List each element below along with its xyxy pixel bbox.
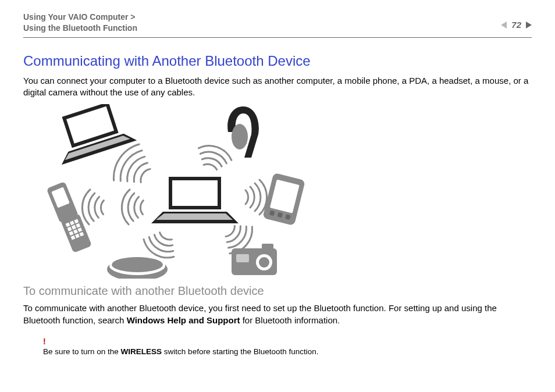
page-header: Using Your VAIO Computer > Using the Blu… [23, 12, 532, 38]
note-b: switch before starting the Bluetooth fun… [162, 347, 318, 356]
camera-icon [232, 244, 277, 275]
intro-paragraph: You can connect your computer to a Bluet… [23, 75, 532, 99]
svg-point-35 [259, 257, 269, 268]
svg-marker-3 [156, 213, 233, 220]
next-page-icon[interactable] [526, 22, 532, 28]
waves-icon [121, 190, 144, 225]
svg-rect-36 [236, 254, 249, 262]
page-number: 72 [511, 20, 521, 30]
para2-bold: Windows Help and Support [127, 315, 240, 325]
laptop-center-icon [151, 177, 239, 223]
warning-note: ! Be sure to turn on the WIRELESS switch… [23, 337, 532, 357]
bluetooth-diagram [41, 104, 326, 279]
page-title: Communicating with Another Bluetooth Dev… [23, 53, 532, 69]
note-bold: WIRELESS [121, 347, 162, 356]
svg-rect-11 [61, 213, 92, 253]
manual-page: Using Your VAIO Computer > Using the Blu… [0, 0, 555, 392]
svg-marker-2 [172, 180, 218, 206]
laptop-remote-icon [48, 104, 137, 165]
svg-point-8 [232, 124, 248, 149]
svg-marker-6 [66, 106, 114, 144]
breadcrumb-line1: Using Your VAIO Computer > [23, 12, 136, 22]
waves-icon [194, 141, 234, 173]
waves-icon [81, 190, 104, 225]
page-navigation: 72 [501, 12, 532, 30]
setup-paragraph: To communicate with another Bluetooth de… [23, 302, 532, 326]
warning-icon: ! [43, 337, 532, 346]
svg-point-31 [112, 257, 163, 272]
breadcrumb-line2: Using the Bluetooth Function [23, 23, 137, 33]
warning-text: Be sure to turn on the WIRELESS switch b… [43, 347, 319, 356]
prev-page-icon[interactable] [501, 22, 507, 28]
para2-b: for Bluetooth information. [240, 315, 340, 325]
svg-rect-33 [262, 244, 273, 251]
waves-icon [107, 140, 158, 194]
waves-icon [246, 180, 267, 215]
breadcrumb: Using Your VAIO Computer > Using the Blu… [23, 12, 137, 34]
note-a: Be sure to turn on the [43, 347, 121, 356]
mouse-icon [107, 256, 168, 279]
section-subhead: To communicate with another Bluetooth de… [23, 284, 532, 298]
pda-icon [262, 173, 305, 226]
headset-icon [227, 106, 259, 158]
